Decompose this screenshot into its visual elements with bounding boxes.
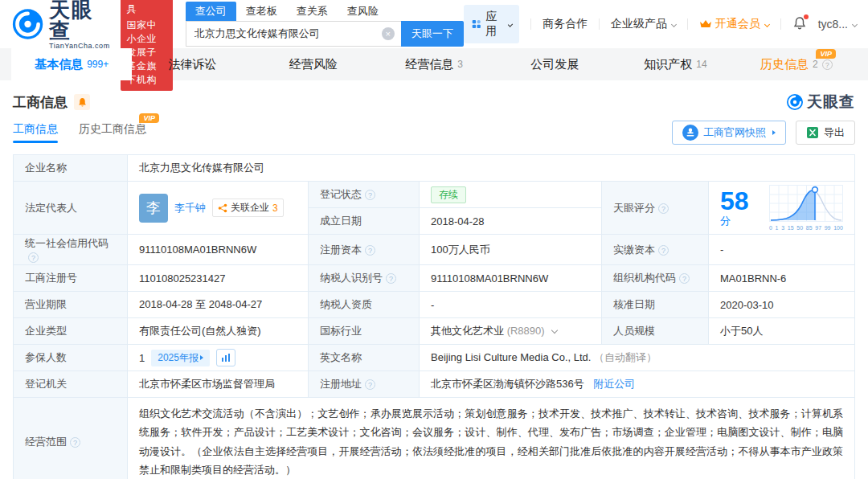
subtab-business-info[interactable]: 工商信息: [13, 122, 58, 143]
table-row: 登记机关 北京市怀柔区市场监督管理局 注册地址? 北京市怀柔区渤海镇怀沙路536…: [14, 371, 855, 398]
official-snapshot-button[interactable]: 工商官网快照: [672, 121, 786, 145]
tianyancha-logo[interactable]: 天眼查 TianYanCha.com: [11, 0, 113, 50]
company-type-value: 有限责任公司(自然人独资): [128, 318, 309, 345]
tab-operating-info[interactable]: 经营信息 3: [374, 48, 494, 80]
help-icon[interactable]: ?: [365, 379, 375, 390]
help-icon[interactable]: ?: [658, 203, 669, 214]
tab-label: 知识产权: [644, 57, 692, 72]
help-icon[interactable]: ?: [28, 252, 39, 263]
table-row: 营业期限 2018-04-28 至 2048-04-27 纳税人资质 - 核准日…: [14, 292, 855, 318]
score-axis-labels: 0131550859799100: [769, 225, 843, 231]
subtab-history-business-info[interactable]: VIP 历史工商信息: [79, 122, 146, 143]
legal-rep-label: 法定代表人: [14, 182, 128, 235]
tab-label: 公司发展: [530, 57, 579, 72]
insured-count: 1: [139, 352, 145, 364]
export-button[interactable]: 导出: [796, 121, 855, 145]
trend-chart-button[interactable]: [216, 349, 235, 366]
search-button[interactable]: 天眼一下: [401, 21, 464, 47]
bell-icon: [77, 97, 88, 108]
help-icon[interactable]: ?: [365, 190, 375, 200]
score-cell: 58分: [709, 182, 855, 235]
reg-capital-value: 100万人民币: [420, 235, 602, 265]
reg-number-label: 工商注册号: [14, 265, 128, 292]
reg-status-cell: 存续: [420, 182, 602, 208]
table-row: 统一社会信用代码? 91110108MA01BRNN6W 注册资本? 100万人…: [14, 235, 855, 265]
business-term-label: 营业期限: [14, 292, 128, 318]
clear-search-icon[interactable]: ×: [382, 27, 395, 40]
tab-count: 999+: [87, 59, 108, 70]
tab-basic-info[interactable]: 基本信息 999+: [11, 48, 132, 80]
help-icon[interactable]: ?: [822, 59, 833, 70]
divider: [599, 18, 600, 30]
paid-capital-label: 实缴资本?: [602, 235, 709, 265]
search-tabs: 查公司 查老板 查关系 查风险: [186, 2, 464, 21]
search-tab-boss[interactable]: 查老板: [246, 2, 277, 21]
apps-menu[interactable]: 应用: [464, 5, 520, 43]
industry-cell: 其他文化艺术业 (R8890): [420, 318, 602, 345]
divider: [687, 18, 688, 30]
menu-enterprise[interactable]: 企业级产品: [611, 17, 676, 31]
paid-capital-value: -: [709, 235, 855, 265]
subtab-label: 历史工商信息: [79, 122, 146, 135]
menu-cooperation[interactable]: 商务合作: [542, 17, 588, 31]
tianyancha-watermark: 天眼查: [786, 92, 855, 113]
establish-date-value: 2018-04-28: [420, 208, 602, 235]
org-code-label: 组织机构代码?: [602, 265, 709, 292]
tab-label: 经营信息: [405, 57, 453, 72]
company-name-label: 企业名称: [14, 155, 128, 182]
tab-label: 法律诉讼: [168, 57, 216, 72]
avatar[interactable]: 李: [139, 194, 168, 223]
top-header: 天眼查 TianYanCha.com 都在用的商业查询工具 国家中小企业发展子基…: [0, 0, 868, 48]
user-menu[interactable]: tyc8...: [818, 18, 857, 31]
chevron-down-icon: [507, 22, 512, 27]
help-icon[interactable]: ?: [658, 245, 669, 256]
search-tab-company[interactable]: 查公司: [186, 2, 236, 21]
chevron-down-icon: [764, 21, 770, 27]
help-icon[interactable]: ?: [365, 245, 375, 256]
org-code-value: MA01BRNN-6: [709, 265, 855, 292]
search-tab-relation[interactable]: 查关系: [297, 2, 328, 21]
english-name-value: Beijing Lisi Culture Media Co., Ltd.: [431, 351, 591, 363]
tab-history-info[interactable]: VIP 历史信息 2 ?: [736, 48, 857, 80]
table-row: 企业类型 有限责任公司(自然人独资) 国标行业 其他文化艺术业 (R8890) …: [14, 318, 855, 345]
tab-intellectual-property[interactable]: 知识产权 14: [615, 48, 735, 80]
tab-count: 14: [696, 59, 706, 70]
help-icon[interactable]: ?: [70, 437, 80, 448]
related-companies-badge[interactable]: 关联企业 3: [212, 199, 284, 217]
tab-count: 3: [457, 59, 463, 70]
score-unit: 分: [720, 215, 731, 227]
search-input[interactable]: [186, 21, 401, 47]
subscribe-bell-button[interactable]: [74, 94, 90, 110]
enterprise-label: 企业级产品: [611, 17, 667, 31]
company-name-value: 北京力思文化传媒有限公司: [128, 155, 855, 182]
approval-date-label: 核准日期: [602, 292, 709, 318]
notifications-bell[interactable]: [792, 16, 807, 33]
insured-cell: 1 2025年报: [128, 345, 309, 371]
approval-date-value: 2020-03-10: [709, 292, 855, 318]
tab-company-development[interactable]: 公司发展: [494, 48, 615, 80]
legal-rep-link[interactable]: 李千钟: [174, 201, 206, 215]
table-row: 经营范围? 组织文化艺术交流活动（不含演出）；文艺创作；承办展览展示活动；策划创…: [14, 398, 855, 479]
table-row: 企业名称 北京力思文化传媒有限公司: [14, 155, 855, 182]
reg-address-value: 北京市怀柔区渤海镇怀沙路536号: [431, 378, 584, 390]
chevron-down-icon: [671, 21, 677, 27]
tab-operating-risk[interactable]: 经营风险: [253, 48, 374, 80]
menu-vip[interactable]: 开通会员: [699, 17, 769, 31]
english-name-label: 英文名称: [309, 345, 420, 371]
staff-size-value: 小于50人: [709, 318, 855, 345]
search-tab-risk[interactable]: 查风险: [347, 2, 379, 21]
tab-legal-proceedings[interactable]: 法律诉讼: [132, 48, 252, 80]
english-name-cell: Beijing Lisi Culture Media Co., Ltd. （自动…: [420, 345, 855, 371]
nearby-companies-link[interactable]: 附近公司: [593, 378, 635, 390]
chevron-down-icon[interactable]: [551, 327, 558, 334]
divider: [780, 18, 781, 30]
legal-rep-cell: 李 李千钟 关联企业 3: [128, 182, 309, 235]
search-block: 查公司 查老板 查关系 查风险 × 天眼一下: [186, 2, 464, 47]
score-value: 58: [720, 186, 749, 215]
help-icon[interactable]: ?: [679, 273, 690, 284]
help-icon[interactable]: ?: [386, 273, 396, 284]
industry-value: 其他文化艺术业: [431, 325, 504, 337]
annual-report-button[interactable]: 2025年报: [151, 350, 210, 366]
credit-code-value: 91110108MA01BRNN6W: [128, 235, 309, 265]
excel-icon: [806, 126, 819, 139]
